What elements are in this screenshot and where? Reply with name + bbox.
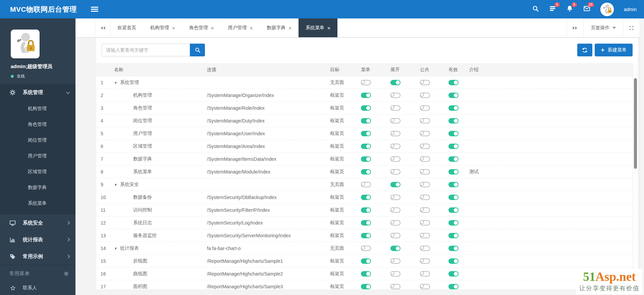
public-toggle[interactable]	[420, 156, 430, 162]
sidebar-subitem-角色管理[interactable]: 角色管理	[0, 116, 75, 132]
public-toggle[interactable]	[420, 271, 430, 277]
menu-toggle[interactable]	[361, 144, 371, 149]
valid-toggle[interactable]	[448, 156, 459, 162]
tab-角色管理[interactable]: 角色管理×	[182, 18, 221, 37]
menu-toggle[interactable]	[361, 246, 371, 251]
menu-toggle[interactable]	[361, 182, 371, 187]
public-toggle[interactable]	[420, 207, 430, 213]
close-icon[interactable]: ×	[288, 26, 291, 31]
public-toggle[interactable]	[420, 144, 430, 149]
menu-toggle[interactable]	[361, 233, 371, 238]
expand-toggle[interactable]	[390, 105, 400, 111]
scroll-tabs-right-button[interactable]	[567, 18, 583, 37]
public-toggle[interactable]	[420, 195, 430, 200]
collapse-triangle-icon[interactable]: ▼	[114, 183, 117, 187]
sidebar-subitem-岗位管理[interactable]: 岗位管理	[0, 132, 75, 148]
menu-toggle-icon[interactable]	[91, 6, 98, 13]
public-toggle[interactable]	[420, 284, 430, 289]
valid-toggle[interactable]	[448, 144, 459, 149]
valid-toggle[interactable]	[448, 246, 459, 251]
sidebar-subitem-区域管理[interactable]: 区域管理	[0, 164, 75, 180]
new-menu-button[interactable]: + 新建菜单	[595, 44, 633, 56]
menu-toggle[interactable]	[361, 156, 371, 162]
tab-系统菜单[interactable]: 系统菜单×	[299, 18, 337, 37]
profile-avatar[interactable]	[11, 30, 40, 58]
expand-toggle[interactable]	[390, 144, 400, 149]
collapse-triangle-icon[interactable]: ▼	[114, 247, 117, 250]
expand-toggle[interactable]	[390, 233, 400, 238]
expand-toggle[interactable]	[390, 284, 400, 289]
sidebar-item-系统管理[interactable]: 系统管理	[0, 84, 75, 101]
public-toggle[interactable]	[420, 220, 430, 226]
tasks-icon[interactable]: 5	[549, 5, 556, 13]
sidebar-subitem-数据字典[interactable]: 数据字典	[0, 180, 75, 195]
expand-toggle[interactable]	[390, 118, 400, 124]
menu-toggle[interactable]	[361, 80, 371, 85]
search-button[interactable]	[190, 44, 205, 56]
envelope-icon[interactable]: 16	[583, 5, 590, 13]
expand-toggle[interactable]	[390, 220, 400, 226]
public-toggle[interactable]	[420, 182, 430, 187]
valid-toggle[interactable]	[448, 105, 459, 111]
gear-icon[interactable]	[64, 271, 69, 276]
table-scrollbar-thumb[interactable]	[634, 78, 637, 169]
public-toggle[interactable]	[420, 80, 430, 85]
public-toggle[interactable]	[420, 233, 430, 238]
sidebar-item-常用示例[interactable]: 常用示例	[0, 248, 75, 265]
menu-toggle[interactable]	[361, 207, 371, 213]
expand-toggle[interactable]	[390, 246, 400, 251]
expand-toggle[interactable]	[390, 207, 400, 213]
menu-toggle[interactable]	[361, 220, 371, 226]
menu-toggle[interactable]	[361, 131, 371, 136]
close-icon[interactable]: ×	[250, 26, 253, 31]
menu-toggle[interactable]	[361, 258, 371, 264]
search-input[interactable]	[102, 44, 190, 56]
tab-欢迎首页[interactable]: 欢迎首页	[110, 18, 143, 37]
expand-toggle[interactable]	[390, 182, 400, 187]
close-icon[interactable]: ×	[211, 26, 214, 31]
valid-toggle[interactable]	[448, 271, 459, 277]
public-toggle[interactable]	[420, 169, 430, 175]
valid-toggle[interactable]	[448, 220, 459, 226]
public-toggle[interactable]	[420, 93, 430, 98]
expand-toggle[interactable]	[390, 169, 400, 175]
menu-toggle[interactable]	[361, 118, 371, 124]
expand-toggle[interactable]	[390, 195, 400, 200]
sidebar-subitem-机构管理[interactable]: 机构管理	[0, 101, 75, 116]
menu-toggle[interactable]	[361, 93, 371, 98]
scroll-tabs-left-button[interactable]	[95, 18, 110, 37]
valid-toggle[interactable]	[448, 80, 459, 85]
public-toggle[interactable]	[420, 105, 430, 111]
sidebar-item-系统安全[interactable]: 系统安全	[0, 214, 75, 231]
sidebar-subitem-系统菜单[interactable]: 系统菜单	[0, 195, 75, 211]
tab-机构管理[interactable]: 机构管理×	[143, 18, 182, 37]
tab-数据字典[interactable]: 数据字典×	[260, 18, 299, 37]
expand-toggle[interactable]	[390, 80, 400, 85]
expand-toggle[interactable]	[390, 93, 400, 98]
search-icon[interactable]	[532, 5, 539, 13]
menu-toggle[interactable]	[361, 169, 371, 175]
public-toggle[interactable]	[420, 118, 430, 124]
tab-用户管理[interactable]: 用户管理×	[221, 18, 260, 37]
menu-toggle[interactable]	[361, 271, 371, 277]
menu-toggle[interactable]	[361, 284, 371, 289]
valid-toggle[interactable]	[448, 169, 459, 175]
public-toggle[interactable]	[420, 246, 430, 251]
collapse-triangle-icon[interactable]: ▼	[114, 81, 117, 85]
sidebar-subitem-用户管理[interactable]: 用户管理	[0, 148, 75, 164]
refresh-button[interactable]	[577, 44, 592, 56]
public-toggle[interactable]	[420, 258, 430, 264]
expand-toggle[interactable]	[390, 131, 400, 136]
user-name[interactable]: admin	[624, 7, 637, 12]
valid-toggle[interactable]	[448, 207, 459, 213]
menu-toggle[interactable]	[361, 105, 371, 111]
bell-icon[interactable]: 8	[566, 5, 573, 13]
close-icon[interactable]: ×	[172, 26, 175, 31]
valid-toggle[interactable]	[448, 258, 459, 264]
valid-toggle[interactable]	[448, 182, 459, 187]
valid-toggle[interactable]	[448, 284, 459, 289]
valid-toggle[interactable]	[448, 93, 459, 98]
menu-toggle[interactable]	[361, 195, 371, 200]
close-icon[interactable]: ×	[327, 26, 330, 31]
valid-toggle[interactable]	[448, 195, 459, 200]
